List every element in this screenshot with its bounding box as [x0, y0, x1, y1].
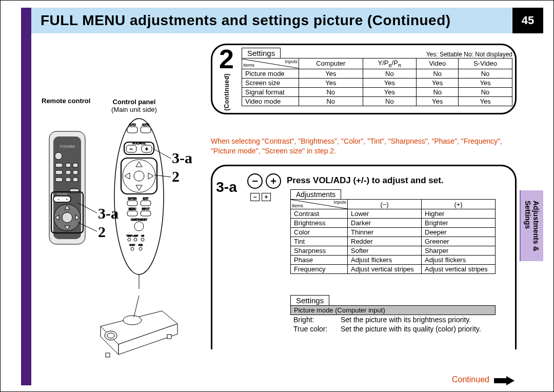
col-video: Video: [417, 58, 459, 69]
svg-line-74: [77, 203, 97, 213]
svg-point-68: [123, 316, 142, 325]
col-ypbpr: Y/PB/PR: [363, 58, 417, 69]
plus-small-icon: +: [262, 193, 271, 201]
svg-line-73: [134, 296, 139, 317]
table-row: TintRedderGreener: [291, 237, 496, 246]
col-computer: Computer: [299, 58, 363, 69]
svg-line-77: [154, 175, 171, 177]
diag-inputs-2: Inputs: [333, 200, 346, 205]
projector-illustration: [90, 296, 183, 362]
pm-truecolor-val: Set the picture with its quality (color)…: [341, 325, 481, 333]
pm-bright-val: Set the picture with its brightness prio…: [341, 316, 471, 324]
table-row: BrightnessDarkerBrighter: [291, 219, 496, 228]
adjustments-table: Items Inputs (−) (+) ContrastLowerHigher…: [290, 199, 496, 274]
pm-truecolor-key: True color:: [293, 325, 341, 333]
table-row: ColorThinnerDeeper: [291, 228, 496, 237]
settings-table-block: Settings Yes: Settable No: Not displayed…: [242, 48, 512, 106]
vol-adj-icons: − + − +: [247, 173, 281, 201]
step-3a-label: 3-a: [216, 179, 236, 195]
selection-note: When selecting "Contrast", "Brightness",…: [211, 136, 508, 156]
callout-leader-lines: [1, 1, 211, 267]
svg-rect-72: [167, 335, 171, 339]
table-row: Picture modeYesNoNoNo: [242, 69, 512, 78]
pm-bright-key: Bright:: [293, 316, 341, 324]
adjustments-table-block: Adjustments Items Inputs (−) (+) Contras…: [290, 189, 496, 274]
svg-line-76: [154, 149, 171, 159]
col-plus: (+): [422, 200, 496, 209]
svg-marker-78: [494, 376, 515, 385]
picture-mode-row: True color: Set the picture with its qua…: [290, 324, 496, 334]
settings-legend-note: Yes: Settable No: Not displayed: [426, 51, 512, 58]
picture-mode-row: Bright: Set the picture with its brightn…: [290, 315, 496, 324]
table-row: FrequencyAdjust vertical stripesAdjust v…: [291, 265, 496, 274]
page-number-box: 45: [512, 8, 543, 33]
table-row: PhaseAdjust flickersAdjust flickers: [291, 256, 496, 265]
continued-footer: Continued: [452, 375, 489, 384]
continued-arrow-icon: [494, 376, 515, 385]
picture-mode-settings-block: Settings Picture mode (Computer input) B…: [290, 295, 496, 334]
picture-mode-header: Picture mode (Computer input): [290, 305, 496, 315]
thumb-tab-label: Adjustments & Settings: [524, 201, 540, 251]
step-3a-instruction: Press VOL/ADJ (+/-) to adjust and set.: [287, 175, 444, 186]
table-row: ContrastLowerHigher: [291, 209, 496, 219]
adjustments-tab-title: Adjustments: [290, 189, 341, 199]
minus-small-icon: −: [250, 193, 260, 201]
settings-tab-title: Settings: [242, 48, 281, 58]
table-row: Screen sizeYesYesYesYes: [242, 78, 512, 87]
section-thumb-tab: Adjustments & Settings: [520, 190, 543, 261]
table-row: Video modeNoNoYesYes: [242, 96, 512, 106]
col-svideo: S-Video: [459, 58, 512, 69]
diag-items: Items: [243, 63, 254, 68]
step-2-number: 2: [219, 47, 234, 71]
svg-point-70: [107, 333, 114, 338]
page-number: 45: [522, 14, 534, 27]
table-row: Signal formatNoYesNoNo: [242, 87, 512, 96]
diag-inputs: Inputs: [285, 60, 298, 64]
diag-items-2: Items: [292, 204, 303, 208]
table-row: SharpnessSofterSharper: [291, 246, 496, 256]
svg-rect-71: [106, 353, 110, 357]
settings-tab-2: Settings: [290, 295, 329, 305]
svg-line-75: [77, 222, 97, 231]
settings-table: Items Inputs Computer Y/PB/PR Video S-Vi…: [242, 58, 512, 106]
minus-button-icon: −: [247, 173, 263, 189]
plus-button-icon: +: [266, 173, 281, 189]
step-2-continued-label: (Continued): [223, 73, 230, 111]
col-minus: (−): [348, 200, 422, 209]
